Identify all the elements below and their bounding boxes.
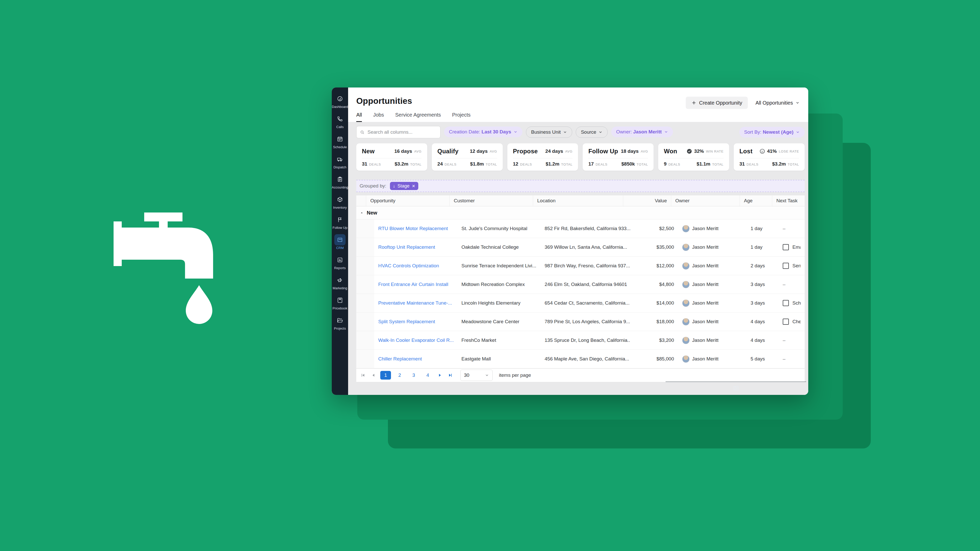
- age-cell: 1 day: [746, 238, 779, 256]
- stage-card[interactable]: Follow Up 18 days AVG 17DEALS: [583, 143, 654, 171]
- opportunity-link[interactable]: Preventative Maintenance Tune-...: [378, 300, 452, 306]
- sidebar-item[interactable]: Dispatch: [332, 154, 348, 169]
- group-row-new: New: [356, 206, 805, 219]
- view-selector-dropdown[interactable]: All Opportunities: [756, 100, 800, 106]
- sidebar-item[interactable]: Pricebook: [332, 295, 348, 310]
- sidebar-item-label: Marketing: [332, 286, 347, 290]
- last-page-button[interactable]: [447, 372, 454, 379]
- page-number-button[interactable]: 3: [408, 371, 419, 380]
- sidebar-item-label: Follow Up: [332, 225, 347, 230]
- customer-cell: Meadowstone Care Center: [457, 313, 541, 331]
- inventory-icon: [334, 194, 345, 205]
- filter-pill[interactable]: Source: [576, 127, 608, 138]
- stage-name: Won: [664, 148, 677, 155]
- task-checkbox[interactable]: [783, 319, 789, 325]
- owner-name: Jason Meritt: [692, 226, 718, 231]
- page-number-button[interactable]: 4: [422, 371, 433, 380]
- chevron-down-icon: [795, 101, 800, 105]
- value-cell: $35,000: [630, 238, 678, 256]
- age-cell: 3 days: [746, 294, 779, 312]
- location-cell: 654 Cedar Ct, Sacramento, California...: [541, 294, 630, 312]
- stage-card[interactable]: Qualify 12 days AVG 24DEALS: [432, 143, 503, 171]
- value-cell: $4,800: [630, 275, 678, 294]
- sidebar-item[interactable]: Dashboard: [332, 93, 348, 109]
- age-cell: 5 days: [746, 350, 779, 368]
- opportunity-link[interactable]: HVAC Controls Optimization: [378, 263, 439, 268]
- stage-deals: 17DEALS: [588, 161, 608, 167]
- column-header[interactable]: Value: [623, 195, 671, 206]
- search-input[interactable]: [367, 129, 437, 135]
- value-cell: $85,000: [630, 350, 678, 368]
- filter-pill[interactable]: Business Unit: [526, 127, 572, 138]
- sidebar-item-label: Reports: [334, 266, 346, 270]
- stage-card[interactable]: Propose 24 days AVG 12DEALS: [508, 143, 578, 171]
- tab[interactable]: Jobs: [373, 112, 384, 122]
- task-checkbox[interactable]: [783, 263, 789, 269]
- opportunity-link[interactable]: Chiller Replacement: [378, 356, 422, 362]
- sidebar-expand-icon[interactable]: [733, 385, 739, 391]
- close-icon[interactable]: ✕: [412, 184, 415, 189]
- page-number-button[interactable]: 1: [380, 371, 391, 380]
- column-header[interactable]: Next Task: [772, 195, 805, 206]
- table-body: RTU Blower Motor Replacement St. Jude's …: [356, 219, 805, 368]
- tab[interactable]: All: [356, 112, 362, 122]
- sidebar-item[interactable]: Projects: [332, 315, 348, 330]
- sidebar-item[interactable]: Calls: [332, 113, 348, 129]
- sidebar-item[interactable]: Accounting: [332, 174, 348, 189]
- page-number-button[interactable]: 2: [394, 371, 405, 380]
- table-header-row: Opportunity Customer Location Value Owne…: [356, 195, 805, 206]
- owner-name: Jason Meritt: [692, 263, 718, 268]
- sort-by-pill[interactable]: Sort By: Newest (Age): [739, 127, 805, 138]
- column-header[interactable]: Owner: [671, 195, 740, 206]
- task-checkbox[interactable]: [783, 300, 789, 306]
- next-page-button[interactable]: [436, 372, 444, 379]
- first-page-button[interactable]: [360, 372, 366, 379]
- column-header[interactable]: Customer: [450, 195, 533, 206]
- column-header[interactable]: Age: [740, 195, 772, 206]
- opportunity-link[interactable]: RTU Blower Motor Replacement: [378, 226, 448, 231]
- sidebar-item[interactable]: Marketing: [332, 275, 348, 290]
- tab[interactable]: Service Agreements: [395, 112, 441, 122]
- sidebar-item[interactable]: Inventory: [332, 194, 348, 210]
- calls-icon: [334, 113, 345, 124]
- sidebar-item-label: Pricebook: [332, 306, 347, 310]
- avatar: [682, 225, 690, 232]
- sidebar-item[interactable]: Schedule: [332, 133, 348, 149]
- avatar: [682, 244, 690, 251]
- sidebar-item[interactable]: CRM: [332, 234, 348, 250]
- sidebar-item[interactable]: Follow Up: [332, 214, 348, 230]
- opportunity-link[interactable]: Split System Replacement: [378, 319, 435, 324]
- collapse-group-icon[interactable]: [360, 211, 364, 215]
- chevron-down-icon: [796, 130, 800, 134]
- owner-name: Jason Meritt: [692, 356, 718, 362]
- stage-card[interactable]: Won 32% WIN RATE 9DEALS: [658, 143, 729, 171]
- column-header[interactable]: Opportunity: [366, 195, 450, 206]
- sidebar-item[interactable]: Reports: [332, 254, 348, 270]
- stage-card[interactable]: New 16 days AVG 31DEALS: [356, 143, 427, 171]
- filter-pill[interactable]: Owner: Jason Meritt: [611, 127, 673, 137]
- avatar: [682, 281, 690, 288]
- stage-deals: 31DEALS: [739, 161, 759, 167]
- create-opportunity-button[interactable]: Create Opportunity: [686, 97, 748, 109]
- task-checkbox[interactable]: [783, 244, 789, 250]
- sidebar-item-label: Accounting: [332, 185, 348, 189]
- sidebar-item-label: Schedule: [333, 145, 347, 149]
- previous-page-button[interactable]: [370, 372, 377, 379]
- avatar: [682, 300, 690, 307]
- opportunity-link[interactable]: Front Entrance Air Curtain Install: [378, 282, 449, 287]
- sidebar: Dashboard Calls Schedule Dispatch: [332, 87, 348, 395]
- page-size-select[interactable]: 30: [460, 370, 493, 381]
- stage-stat: 24 days AVG: [546, 148, 573, 154]
- column-header[interactable]: Location: [533, 195, 623, 206]
- group-by-chip-stage[interactable]: ↓ Stage ✕: [390, 182, 418, 190]
- stage-name: Lost: [739, 148, 752, 155]
- customer-cell: St. Jude's Community Hospital: [457, 219, 541, 238]
- opportunity-link[interactable]: Walk-In Cooler Evaporator Coil R...: [378, 338, 454, 343]
- stage-card[interactable]: Lost 41% LOSE RATE 31DEALS: [734, 143, 805, 171]
- owner-cell: Jason Meritt: [682, 244, 718, 251]
- avatar: [682, 262, 690, 270]
- tab[interactable]: Projects: [452, 112, 470, 122]
- opportunity-link[interactable]: Rooftop Unit Replacement: [378, 245, 435, 250]
- filter-pill[interactable]: Creation Date: Last 30 Days: [444, 127, 522, 137]
- age-cell: 4 days: [746, 313, 779, 331]
